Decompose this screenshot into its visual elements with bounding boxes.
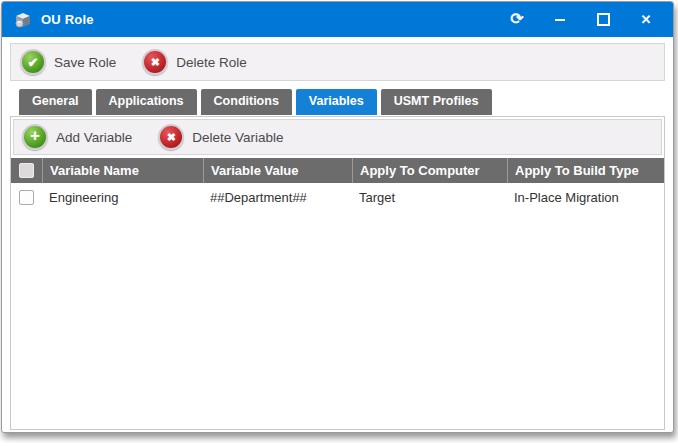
variables-toolbar: + Add Variable ✖ Delete Variable (13, 119, 662, 155)
window-title: OU Role (41, 12, 94, 27)
column-header-variable-value[interactable]: Variable Value (203, 158, 352, 183)
ou-role-cube-icon (13, 11, 33, 29)
tab-bar: General Applications Conditions Variable… (19, 89, 673, 115)
cell-variable-name: Engineering (42, 190, 203, 205)
tab-variables[interactable]: Variables (296, 89, 377, 115)
save-role-label: Save Role (54, 55, 116, 70)
tab-applications[interactable]: Applications (96, 89, 197, 115)
delete-role-button[interactable]: ✖ Delete Role (142, 49, 247, 75)
row-checkbox[interactable] (19, 190, 34, 205)
check-icon: ✔ (20, 49, 46, 75)
tab-general[interactable]: General (19, 89, 92, 115)
add-variable-label: Add Variable (56, 130, 132, 145)
select-all-cell (11, 158, 42, 183)
row-checkbox-cell (11, 190, 42, 205)
column-header-apply-to-computer[interactable]: Apply To Computer (352, 158, 507, 183)
plus-icon: + (22, 124, 48, 150)
cell-variable-value: ##Department## (203, 190, 352, 205)
column-header-variable-name[interactable]: Variable Name (42, 158, 203, 183)
select-all-checkbox[interactable] (19, 163, 34, 178)
minimize-icon[interactable] (552, 12, 568, 28)
delete-variable-label: Delete Variable (192, 130, 283, 145)
cell-apply-to-computer: Target (352, 190, 507, 205)
window-controls: ⟳ ✕ (509, 12, 654, 28)
close-icon[interactable]: ✕ (638, 12, 654, 28)
delete-variable-button[interactable]: ✖ Delete Variable (158, 124, 283, 150)
maximize-icon[interactable] (595, 12, 611, 28)
variables-panel: + Add Variable ✖ Delete Variable Variabl… (10, 116, 665, 430)
table-row[interactable]: Engineering ##Department## Target In-Pla… (11, 183, 664, 211)
save-role-button[interactable]: ✔ Save Role (20, 49, 116, 75)
refresh-icon[interactable]: ⟳ (509, 11, 525, 27)
x-icon: ✖ (158, 124, 184, 150)
cell-apply-to-build-type: In-Place Migration (507, 190, 664, 205)
role-toolbar: ✔ Save Role ✖ Delete Role (10, 43, 665, 81)
x-icon: ✖ (142, 49, 168, 75)
tab-conditions[interactable]: Conditions (201, 89, 292, 115)
table-header: Variable Name Variable Value Apply To Co… (11, 158, 664, 183)
add-variable-button[interactable]: + Add Variable (22, 124, 132, 150)
tab-usmt-profiles[interactable]: USMT Profiles (381, 89, 492, 115)
delete-role-label: Delete Role (176, 55, 247, 70)
column-header-apply-to-build-type[interactable]: Apply To Build Type (507, 158, 664, 183)
titlebar[interactable]: OU Role ⟳ ✕ (2, 2, 673, 37)
ou-role-dialog: OU Role ⟳ ✕ ✔ Save Role ✖ Delete Role Ge… (1, 1, 674, 433)
